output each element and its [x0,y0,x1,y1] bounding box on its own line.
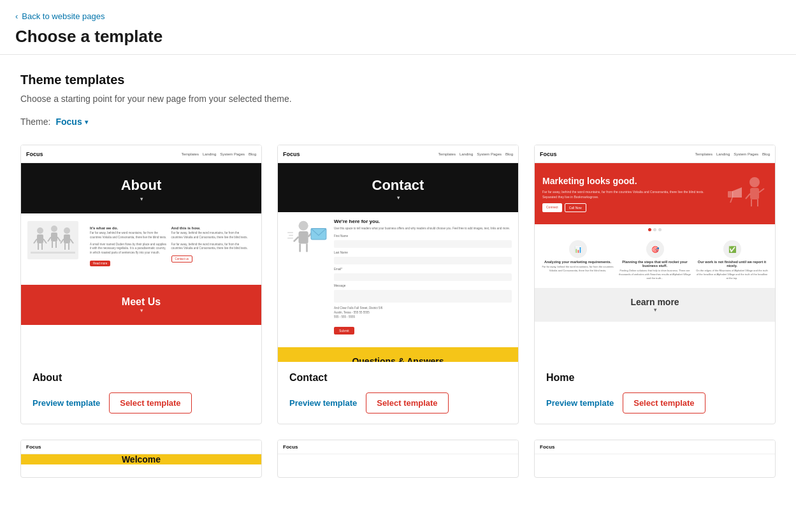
svg-rect-20 [298,231,308,244]
svg-line-31 [746,194,750,199]
template-name-home: Home [546,372,763,384]
contact-illustration [284,219,329,334]
svg-rect-1 [37,234,43,243]
svg-rect-30 [750,188,759,199]
svg-line-32 [759,189,764,192]
preview-link-contact[interactable]: Preview template [289,398,357,408]
home-hero-illustration [723,175,767,213]
svg-rect-7 [51,233,57,241]
svg-point-19 [298,221,308,231]
back-link[interactable]: ‹ Back to website pages [15,11,105,21]
template-actions-about: Preview template Select template [33,392,250,413]
top-navigation: ‹ Back to website pages Choose a templat… [0,0,796,55]
svg-line-14 [61,239,64,243]
template-preview-about: Focus Templates Landing System Pages Blo… [21,145,261,362]
preview-nav-contact: Focus Templates Landing System Pages Blo… [278,145,518,163]
svg-rect-36 [728,191,733,198]
partial-logo-3: Focus [540,444,555,450]
preview-logo-about: Focus [26,151,43,157]
partial-nav-1: Focus [21,440,261,454]
template-card-home: Focus Templates Landing System Pages Blo… [534,145,776,424]
main-content: Theme templates Choose a starting point … [0,55,796,496]
template-info-contact: Contact Preview template Select template [278,362,518,424]
partial-card-1: Focus Welcome [20,440,262,478]
theme-label: Theme: [20,117,50,127]
preview-nav-about: Focus Templates Landing System Pages Blo… [21,145,261,163]
section-description: Choose a starting point for your new pag… [20,94,776,104]
partial-logo-1: Focus [26,444,41,450]
preview-footer-contact: Questions & Answers ▾ [278,347,518,362]
partial-card-2: Focus [277,440,519,478]
svg-point-12 [64,227,70,234]
preview-features-home: 📊 Analyzing your marketing requirements.… [535,235,775,285]
back-link-label: Back to website pages [22,11,105,21]
preview-nav-links-about: Templates Landing System Pages Blog [182,152,256,156]
template-info-about: About Preview template Select template [21,362,261,424]
preview-logo-home: Focus [540,151,557,157]
preview-nav-home: Focus Templates Landing System Pages Blo… [535,145,775,163]
template-info-home: Home Preview template Select template [535,362,775,424]
svg-line-3 [43,239,47,243]
section-title: Theme templates [20,73,776,87]
bottom-templates-row: Focus Welcome Focus Focus [20,440,776,478]
svg-line-9 [57,237,61,241]
partial-card-3: Focus [534,440,776,478]
preview-logo-contact: Focus [283,151,300,157]
theme-value: Focus [55,117,82,127]
partial-nav-3: Focus [535,440,775,454]
preview-contact-content: We're here for you. Use this space to te… [278,212,518,341]
svg-line-2 [34,239,37,243]
back-chevron-icon: ‹ [15,11,18,21]
partial-logo-2: Focus [283,444,298,450]
template-card-about: Focus Templates Landing System Pages Blo… [20,145,262,424]
contact-form: We're here for you. Use this space to te… [334,219,512,334]
template-card-contact: Focus Templates Landing System Pages Blo… [277,145,519,424]
preview-hero-home: Marketing looks good. Far far away, behi… [535,163,775,224]
preview-link-about[interactable]: Preview template [33,398,100,408]
partial-preview-1: Welcome [21,454,261,464]
theme-selector: Theme: Focus ▾ [20,117,776,127]
preview-link-home[interactable]: Preview template [546,398,614,408]
svg-marker-35 [732,187,742,198]
svg-line-15 [70,239,73,243]
select-button-contact[interactable]: Select template [366,392,448,413]
svg-rect-18 [31,252,75,254]
select-button-home[interactable]: Select template [623,392,705,413]
theme-dropdown[interactable]: Focus ▾ [55,117,87,127]
svg-point-0 [37,227,43,234]
partial-nav-2: Focus [278,440,518,454]
preview-footer-about: Meet Us ▾ [21,285,261,325]
page-title: Choose a template [15,27,781,47]
preview-nav-links-home: Templates Landing System Pages Blog [695,152,770,156]
preview-nav-links-contact: Templates Landing System Pages Blog [438,152,513,156]
svg-point-29 [749,177,760,187]
preview-footer-home: Learn more ▾ [535,288,775,322]
svg-line-8 [48,237,51,241]
about-text-cols: It's what we do. Far far away, behind th… [83,221,255,272]
preview-content-about: It's what we do. Far far away, behind th… [21,213,261,280]
preview-dots-home [535,224,775,235]
preview-hero-contact: Contact ▾ [278,163,518,212]
template-preview-contact: Focus Templates Landing System Pages Blo… [278,145,518,362]
template-actions-contact: Preview template Select template [289,392,507,413]
chevron-down-icon: ▾ [85,119,88,126]
template-name-contact: Contact [289,372,507,384]
template-name-about: About [33,372,250,384]
template-preview-home: Focus Templates Landing System Pages Blo… [535,145,775,362]
svg-line-37 [730,198,732,203]
preview-hero-about: About ▾ [21,163,261,213]
template-actions-home: Preview template Select template [546,392,763,413]
templates-grid: Focus Templates Landing System Pages Blo… [20,145,776,424]
svg-line-21 [293,237,298,242]
people-illustration [27,221,78,259]
select-button-about[interactable]: Select template [109,392,191,413]
svg-rect-13 [64,234,70,243]
svg-point-6 [51,226,57,232]
